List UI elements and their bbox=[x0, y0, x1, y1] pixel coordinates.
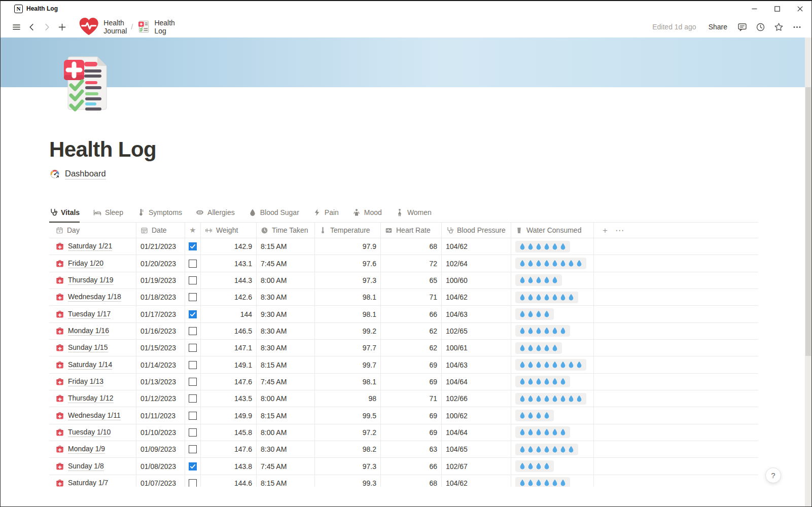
cell-time-taken[interactable]: 9:30 AM bbox=[257, 306, 315, 322]
tab-pain[interactable]: Pain bbox=[313, 203, 339, 222]
column-header-star[interactable]: ★ bbox=[185, 223, 201, 238]
cell-empty[interactable] bbox=[594, 407, 758, 424]
cell-day[interactable]: Saturday 1/21 bbox=[49, 238, 136, 255]
table-more-button[interactable]: ⋯ bbox=[615, 226, 624, 235]
cell-time-taken[interactable]: 8:15 AM bbox=[257, 356, 315, 373]
cell-date[interactable]: 01/13/2023 bbox=[136, 374, 185, 390]
cell-day[interactable]: Sunday 1/8 bbox=[49, 458, 136, 475]
cell-empty[interactable] bbox=[594, 374, 758, 390]
cell-water-consumed[interactable] bbox=[511, 374, 594, 390]
column-header-time-taken[interactable]: Time Taken bbox=[257, 223, 315, 238]
cell-time-taken[interactable]: 8:30 AM bbox=[257, 441, 315, 458]
cell-time-taken[interactable]: 7:45 AM bbox=[257, 458, 315, 475]
cell-weight[interactable]: 145.8 bbox=[201, 424, 257, 441]
cell-time-taken[interactable]: 8:30 AM bbox=[257, 323, 315, 340]
cell-water-consumed[interactable] bbox=[511, 306, 594, 322]
cell-blood-pressure[interactable]: 102/64 bbox=[442, 255, 511, 272]
cell-day[interactable]: Monday 1/9 bbox=[49, 441, 136, 458]
cell-time-taken[interactable]: 8:00 AM bbox=[257, 272, 315, 289]
cell-weight[interactable]: 144.6 bbox=[201, 475, 257, 487]
cell-temperature[interactable]: 97.2 bbox=[315, 424, 381, 441]
cell-star[interactable] bbox=[185, 458, 201, 475]
cell-day[interactable]: Saturday 1/14 bbox=[49, 356, 136, 373]
cell-heart-rate[interactable]: 66 bbox=[381, 306, 442, 322]
column-header-date[interactable]: Date bbox=[136, 223, 185, 238]
cell-blood-pressure[interactable]: 100/62 bbox=[442, 407, 511, 424]
column-header-heart-rate[interactable]: Heart Rate bbox=[381, 223, 442, 238]
cell-temperature[interactable]: 99.3 bbox=[315, 475, 381, 487]
tab-allergies[interactable]: Allergies bbox=[196, 203, 235, 222]
day-link[interactable]: Tuesday 1/17 bbox=[68, 310, 111, 319]
day-link[interactable]: Thursday 1/19 bbox=[68, 276, 114, 285]
breadcrumb-health-log[interactable]: Health Log bbox=[134, 17, 178, 37]
comments-icon[interactable] bbox=[734, 19, 750, 34]
cell-weight[interactable]: 144 bbox=[201, 306, 257, 322]
column-header-temperature[interactable]: Temperature bbox=[315, 223, 381, 238]
cell-day[interactable]: Saturday 1/7 bbox=[49, 475, 136, 487]
cell-temperature[interactable]: 98.1 bbox=[315, 306, 381, 322]
day-link[interactable]: Monday 1/16 bbox=[68, 327, 109, 336]
cell-date[interactable]: 01/08/2023 bbox=[136, 458, 185, 475]
cell-time-taken[interactable]: 8:30 AM bbox=[257, 289, 315, 306]
cell-time-taken[interactable]: 7:45 AM bbox=[257, 255, 315, 272]
cell-water-consumed[interactable] bbox=[511, 340, 594, 356]
star-checkbox[interactable] bbox=[189, 394, 197, 403]
back-icon[interactable] bbox=[24, 19, 39, 34]
cell-weight[interactable]: 149.9 bbox=[201, 407, 257, 424]
cell-blood-pressure[interactable]: 104/65 bbox=[442, 441, 511, 458]
dashboard-link[interactable]: Dashboard bbox=[50, 169, 106, 179]
cell-date[interactable]: 01/21/2023 bbox=[136, 238, 185, 255]
cell-date[interactable]: 01/12/2023 bbox=[136, 390, 185, 407]
day-link[interactable]: Friday 1/20 bbox=[68, 259, 103, 268]
star-checkbox[interactable] bbox=[189, 293, 197, 301]
cell-day[interactable]: Friday 1/20 bbox=[49, 255, 136, 272]
cell-heart-rate[interactable]: 71 bbox=[381, 390, 442, 407]
cell-water-consumed[interactable] bbox=[511, 356, 594, 373]
cell-temperature[interactable]: 97.3 bbox=[315, 272, 381, 289]
cell-star[interactable] bbox=[185, 356, 201, 373]
cell-weight[interactable]: 146.5 bbox=[201, 323, 257, 340]
cell-water-consumed[interactable] bbox=[511, 475, 594, 487]
column-header-blood-pressure[interactable]: Blood Pressure bbox=[442, 223, 511, 238]
cell-heart-rate[interactable]: 62 bbox=[381, 340, 442, 356]
cell-water-consumed[interactable] bbox=[511, 390, 594, 407]
cell-empty[interactable] bbox=[594, 238, 758, 255]
cell-empty[interactable] bbox=[594, 323, 758, 340]
cell-day[interactable]: Thursday 1/19 bbox=[49, 272, 136, 289]
star-checkbox[interactable] bbox=[189, 428, 197, 437]
history-icon[interactable] bbox=[753, 19, 768, 34]
cell-temperature[interactable]: 97.6 bbox=[315, 255, 381, 272]
cell-heart-rate[interactable]: 72 bbox=[381, 255, 442, 272]
page-icon-medical-report[interactable] bbox=[60, 53, 112, 114]
cell-empty[interactable] bbox=[594, 272, 758, 289]
star-checkbox[interactable] bbox=[189, 479, 197, 487]
cell-temperature[interactable]: 98.2 bbox=[315, 441, 381, 458]
sidebar-menu-icon[interactable] bbox=[9, 19, 24, 34]
tab-women[interactable]: Women bbox=[396, 203, 432, 222]
cell-weight[interactable]: 144.3 bbox=[201, 272, 257, 289]
cell-date[interactable]: 01/07/2023 bbox=[136, 475, 185, 487]
star-checkbox[interactable] bbox=[189, 378, 197, 386]
cell-empty[interactable] bbox=[594, 424, 758, 441]
cell-heart-rate[interactable]: 63 bbox=[381, 441, 442, 458]
day-link[interactable]: Saturday 1/14 bbox=[68, 360, 112, 370]
cell-weight[interactable]: 147.6 bbox=[201, 374, 257, 390]
cell-blood-pressure[interactable]: 100/60 bbox=[442, 272, 511, 289]
cell-water-consumed[interactable] bbox=[511, 323, 594, 340]
cell-water-consumed[interactable] bbox=[511, 424, 594, 441]
cell-empty[interactable] bbox=[594, 255, 758, 272]
cell-empty[interactable] bbox=[594, 289, 758, 306]
cell-temperature[interactable]: 97.3 bbox=[315, 458, 381, 475]
cell-weight[interactable]: 143.1 bbox=[201, 255, 257, 272]
cell-star[interactable] bbox=[185, 272, 201, 289]
star-checkbox[interactable] bbox=[189, 412, 197, 420]
day-link[interactable]: Friday 1/13 bbox=[68, 377, 103, 386]
cell-day[interactable]: Wednesday 1/18 bbox=[49, 289, 136, 306]
share-button[interactable]: Share bbox=[704, 21, 731, 33]
tab-blood-sugar[interactable]: Blood Sugar bbox=[249, 203, 299, 222]
cell-water-consumed[interactable] bbox=[511, 441, 594, 458]
cell-blood-pressure[interactable]: 102/66 bbox=[442, 390, 511, 407]
cell-time-taken[interactable]: 8:30 AM bbox=[257, 340, 315, 356]
tab-symptoms[interactable]: Symptoms bbox=[137, 203, 182, 222]
cell-blood-pressure[interactable]: 104/64 bbox=[442, 424, 511, 441]
